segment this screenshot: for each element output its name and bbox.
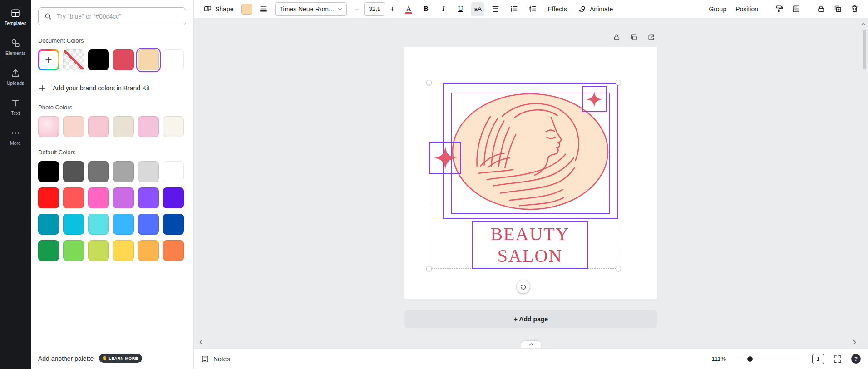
- font-size-value[interactable]: 32,8: [364, 2, 385, 16]
- color-swatch[interactable]: [138, 240, 159, 261]
- font-size-increase-button[interactable]: +: [387, 2, 398, 16]
- shape-button[interactable]: Shape: [200, 2, 237, 16]
- scroll-left-icon[interactable]: [197, 339, 205, 346]
- scroll-right-icon[interactable]: [851, 339, 858, 346]
- fullscreen-icon[interactable]: [833, 354, 842, 364]
- color-swatch[interactable]: [163, 49, 184, 70]
- expand-bottom-panel-tab[interactable]: [521, 341, 541, 348]
- animate-button[interactable]: Animate: [575, 2, 616, 16]
- zoom-slider[interactable]: [735, 356, 803, 362]
- color-swatch[interactable]: [88, 187, 109, 208]
- color-swatch[interactable]: [138, 214, 159, 235]
- color-swatch[interactable]: [88, 49, 109, 70]
- canvas-area: BEAUTY SALON + Add page: [194, 18, 868, 348]
- delete-button[interactable]: [848, 2, 862, 16]
- sparkle-element-top-right[interactable]: [582, 86, 607, 112]
- color-swatch[interactable]: [113, 49, 134, 70]
- sidebar-item-templates[interactable]: Templates: [1, 3, 30, 31]
- font-size-decrease-button[interactable]: −: [351, 2, 362, 16]
- notes-label: Notes: [213, 355, 230, 363]
- color-swatch[interactable]: [163, 240, 184, 261]
- resize-handle-bottom-right[interactable]: [616, 266, 621, 271]
- list-button[interactable]: [507, 2, 521, 16]
- color-swatch[interactable]: [163, 214, 184, 235]
- add-palette-link[interactable]: Add another palette: [38, 355, 94, 362]
- color-swatch[interactable]: [163, 116, 184, 137]
- resize-handle-top-right[interactable]: [616, 80, 621, 85]
- add-page-button[interactable]: + Add page: [404, 310, 657, 328]
- color-swatch[interactable]: [88, 240, 109, 261]
- lock-page-button[interactable]: [611, 32, 622, 43]
- sidebar-item-uploads[interactable]: Uploads: [1, 63, 30, 91]
- logo-text-element[interactable]: BEAUTY SALON: [472, 221, 588, 269]
- scroll-up-icon[interactable]: [860, 21, 867, 27]
- color-swatch[interactable]: [38, 187, 59, 208]
- animate-label: Animate: [590, 5, 613, 13]
- alignment-button[interactable]: [488, 2, 503, 16]
- group-button[interactable]: Group: [705, 2, 730, 16]
- color-swatch[interactable]: [63, 116, 84, 137]
- italic-button[interactable]: I: [437, 2, 449, 16]
- transparent-swatch[interactable]: [63, 49, 84, 70]
- color-swatch[interactable]: [38, 240, 59, 261]
- effects-button[interactable]: Effects: [544, 2, 570, 16]
- transparency-button[interactable]: [789, 2, 803, 16]
- vertical-scrollbar-thumb[interactable]: [863, 30, 866, 69]
- color-swatch-selected[interactable]: [138, 49, 159, 70]
- rail-item-label: Uploads: [7, 80, 25, 86]
- copy-icon: [630, 34, 638, 41]
- rotate-handle[interactable]: [516, 280, 530, 294]
- bold-button[interactable]: B: [419, 2, 432, 16]
- text-color-bar: [405, 12, 412, 14]
- color-swatch[interactable]: [38, 116, 59, 137]
- copy-style-button[interactable]: [772, 2, 786, 16]
- zoom-level[interactable]: 111%: [712, 355, 726, 362]
- text-case-button[interactable]: aA: [471, 2, 484, 16]
- search-input[interactable]: [38, 7, 186, 25]
- sidebar-item-more[interactable]: More: [1, 123, 30, 151]
- color-swatch[interactable]: [38, 214, 59, 235]
- fill-color-button[interactable]: [241, 4, 252, 15]
- page-indicator[interactable]: 1: [812, 354, 824, 364]
- color-swatch[interactable]: [163, 161, 184, 182]
- spacing-button[interactable]: [526, 2, 540, 16]
- move-page-button[interactable]: [646, 32, 656, 43]
- position-button[interactable]: Position: [732, 2, 761, 16]
- color-swatch[interactable]: [63, 161, 84, 182]
- add-color-button[interactable]: [38, 49, 59, 70]
- duplicate-button[interactable]: [831, 2, 845, 16]
- sidebar-item-elements[interactable]: Elements: [1, 33, 30, 61]
- color-swatch[interactable]: [113, 187, 134, 208]
- resize-handle-bottom-left[interactable]: [426, 266, 432, 271]
- color-swatch[interactable]: [38, 161, 59, 182]
- learn-more-badge[interactable]: ♛ LEARN MORE: [99, 354, 142, 363]
- underline-button[interactable]: U: [454, 2, 467, 16]
- color-swatch[interactable]: [113, 161, 134, 182]
- duplicate-page-button[interactable]: [628, 32, 639, 43]
- text-color-button[interactable]: A: [402, 2, 415, 16]
- font-family-select[interactable]: Times Neue Rom...: [275, 2, 347, 16]
- sidebar-item-text[interactable]: Text: [1, 93, 30, 121]
- color-swatch[interactable]: [163, 187, 184, 208]
- color-swatch[interactable]: [138, 161, 159, 182]
- border-style-button[interactable]: [256, 2, 271, 16]
- color-swatch[interactable]: [88, 161, 109, 182]
- brand-kit-link[interactable]: Add your brand colors in Brand Kit: [38, 84, 186, 92]
- color-swatch[interactable]: [138, 116, 159, 137]
- color-swatch[interactable]: [88, 116, 109, 137]
- color-swatch[interactable]: [113, 214, 134, 235]
- sparkle-element-left[interactable]: [429, 142, 461, 174]
- color-swatch[interactable]: [138, 187, 159, 208]
- color-swatch[interactable]: [63, 214, 84, 235]
- design-page[interactable]: BEAUTY SALON: [404, 47, 657, 299]
- notes-button[interactable]: Notes: [201, 355, 230, 363]
- color-swatch[interactable]: [113, 116, 134, 137]
- resize-handle-top-left[interactable]: [426, 80, 432, 85]
- help-button[interactable]: ?: [851, 354, 861, 364]
- lock-button[interactable]: [814, 2, 828, 16]
- color-swatch[interactable]: [113, 240, 134, 261]
- color-swatch[interactable]: [63, 240, 84, 261]
- color-swatch[interactable]: [63, 187, 84, 208]
- color-swatch[interactable]: [88, 214, 109, 235]
- zoom-slider-knob[interactable]: [747, 356, 753, 362]
